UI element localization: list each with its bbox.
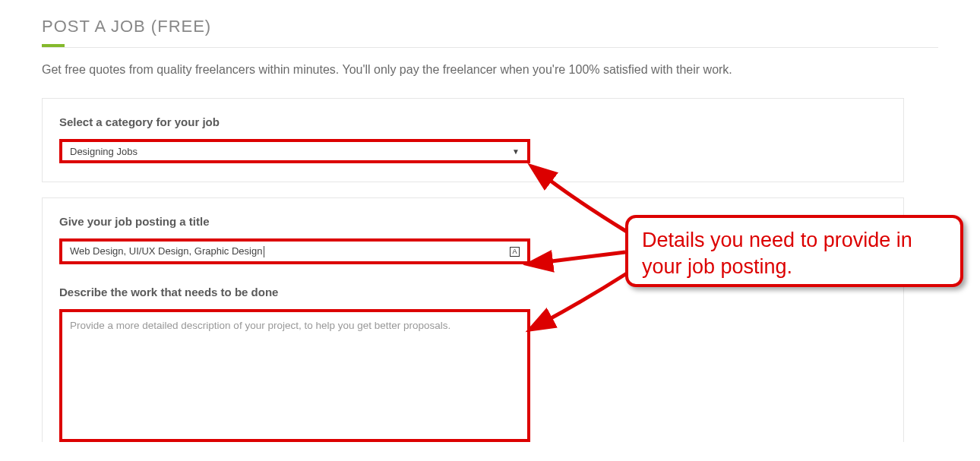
category-selected-value: Designing Jobs xyxy=(70,146,138,157)
category-label: Select a category for your job xyxy=(59,115,887,128)
description-field-group: Describe the work that needs to be done … xyxy=(59,286,887,442)
category-select[interactable]: Designing Jobs ▼ xyxy=(59,139,530,163)
description-placeholder: Provide a more detailed description of y… xyxy=(70,320,450,331)
input-icon: A xyxy=(510,247,520,257)
job-title-value: Web Design, UI/UX Design, Graphic Design xyxy=(70,245,262,257)
title-accent-bar xyxy=(42,44,65,47)
description-label: Describe the work that needs to be done xyxy=(59,286,887,298)
text-cursor xyxy=(264,246,264,257)
title-underline xyxy=(42,44,938,48)
chevron-down-icon: ▼ xyxy=(512,147,520,156)
annotation-callout-text: Details you need to provide in your job … xyxy=(642,229,912,278)
annotation-callout: Details you need to provide in your job … xyxy=(625,215,963,287)
job-title-input[interactable]: Web Design, UI/UX Design, Graphic Design… xyxy=(59,238,530,264)
panel-category: Select a category for your job Designing… xyxy=(42,98,904,182)
description-textarea[interactable]: Provide a more detailed description of y… xyxy=(59,309,530,442)
page-title: POST A JOB (FREE) xyxy=(42,17,938,36)
page-subtext: Get free quotes from quality freelancers… xyxy=(42,63,938,77)
